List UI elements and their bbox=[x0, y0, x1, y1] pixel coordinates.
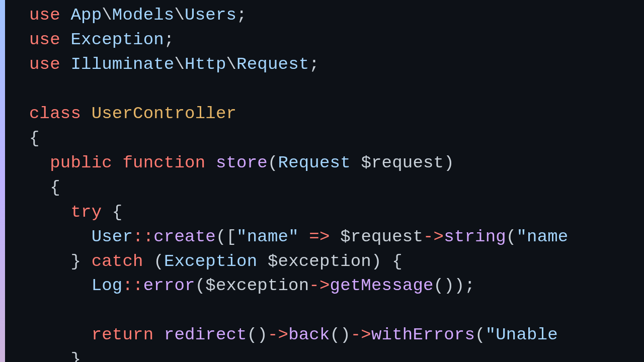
token-op: -> bbox=[351, 325, 371, 344]
token-punct: ( bbox=[506, 227, 517, 246]
token-ns: Http bbox=[185, 55, 226, 74]
token-fn: redirect bbox=[164, 325, 247, 344]
code-line: } bbox=[29, 347, 644, 362]
code-line: use App\Models\Users; bbox=[29, 3, 644, 28]
token-punct bbox=[330, 227, 341, 246]
token-var: $exception bbox=[205, 276, 309, 295]
token-op: -> bbox=[423, 227, 444, 246]
code-line: } catch (Exception $exception) { bbox=[29, 249, 644, 274]
token-punct bbox=[153, 325, 164, 344]
token-punct bbox=[257, 252, 268, 271]
token-punct: \ bbox=[226, 55, 237, 74]
token-str: "name bbox=[516, 227, 568, 246]
token-punct bbox=[81, 104, 92, 123]
token-punct: ) { bbox=[371, 252, 403, 271]
token-kw: public bbox=[50, 153, 112, 172]
token-punct: ( bbox=[268, 153, 278, 172]
token-kw: use bbox=[29, 55, 60, 74]
token-punct: \ bbox=[174, 6, 185, 25]
token-punct: ; bbox=[236, 6, 247, 25]
token-punct: } bbox=[70, 350, 81, 362]
token-fn: create bbox=[153, 227, 216, 246]
token-ns: Request bbox=[278, 153, 351, 172]
token-kw: function bbox=[122, 153, 205, 172]
token-fn: string bbox=[444, 227, 506, 246]
token-op: :: bbox=[133, 227, 153, 246]
token-punct bbox=[60, 55, 71, 74]
token-fn: error bbox=[143, 276, 195, 295]
token-kw: use bbox=[29, 6, 60, 25]
token-var: $exception bbox=[268, 252, 371, 271]
token-punct: { bbox=[102, 203, 122, 222]
code-line: public function store(Request $request) bbox=[29, 151, 644, 175]
token-ns: User bbox=[92, 227, 133, 246]
token-ns: App bbox=[70, 6, 102, 25]
token-kw: return bbox=[92, 325, 154, 344]
token-str: "Unable bbox=[486, 325, 558, 344]
token-punct: \ bbox=[174, 55, 185, 74]
token-fn: getMessage bbox=[330, 276, 434, 295]
token-var: $request bbox=[361, 153, 444, 172]
token-ns: Illuminate bbox=[70, 55, 174, 74]
token-punct: ( bbox=[475, 325, 486, 344]
token-ns: Users bbox=[185, 6, 236, 25]
code-line: return redirect()->back()->withErrors("U… bbox=[29, 323, 644, 347]
code-line: User::create(["name" => $request->string… bbox=[29, 225, 644, 249]
token-op: -> bbox=[309, 276, 330, 295]
token-punct: } bbox=[70, 252, 91, 271]
token-punct: ([ bbox=[216, 227, 236, 246]
code-line: { bbox=[29, 175, 644, 200]
token-punct: () bbox=[247, 325, 268, 344]
token-punct bbox=[60, 30, 71, 49]
token-kw: try bbox=[70, 203, 102, 222]
token-str: "name" bbox=[236, 227, 299, 246]
token-ns: Request bbox=[236, 55, 309, 74]
token-kw: class bbox=[29, 104, 81, 123]
token-op: -> bbox=[268, 325, 288, 344]
token-kw: use bbox=[29, 30, 60, 49]
token-punct: ( bbox=[195, 276, 206, 295]
token-punct bbox=[351, 153, 361, 172]
token-punct: ) bbox=[444, 153, 454, 172]
code-editor[interactable]: use App\Models\Users; use Exception; use… bbox=[5, 0, 644, 362]
token-ns: Exception bbox=[70, 30, 164, 49]
token-fn: back bbox=[288, 325, 330, 344]
token-var: $request bbox=[340, 227, 423, 246]
token-fn: store bbox=[216, 153, 268, 172]
token-punct bbox=[299, 227, 309, 246]
token-ns: Log bbox=[92, 276, 123, 295]
token-op: => bbox=[309, 227, 330, 246]
code-line: { bbox=[29, 126, 644, 151]
code-line bbox=[29, 77, 644, 102]
token-ns: Models bbox=[112, 6, 175, 25]
token-punct bbox=[112, 153, 123, 172]
code-line: use Exception; bbox=[29, 28, 644, 52]
code-line: class UserController bbox=[29, 102, 644, 126]
token-cls: UserController bbox=[92, 104, 236, 123]
token-punct: { bbox=[50, 178, 60, 197]
token-punct: { bbox=[29, 129, 40, 148]
token-kw: catch bbox=[92, 252, 143, 271]
code-line: try { bbox=[29, 200, 644, 225]
token-punct: ()); bbox=[434, 276, 475, 295]
token-punct bbox=[60, 6, 71, 25]
token-ns: Exception bbox=[164, 252, 257, 271]
code-line: use Illuminate\Http\Request; bbox=[29, 52, 644, 77]
token-punct: ; bbox=[164, 30, 175, 49]
code-line: Log::error($exception->getMessage()); bbox=[29, 274, 644, 298]
token-fn: withErrors bbox=[371, 325, 475, 344]
token-op: :: bbox=[122, 276, 143, 295]
editor-gutter bbox=[0, 0, 5, 362]
token-punct: ( bbox=[143, 252, 164, 271]
token-punct: () bbox=[330, 325, 351, 344]
token-punct bbox=[205, 153, 216, 172]
code-line bbox=[29, 298, 644, 323]
token-punct: \ bbox=[102, 6, 112, 25]
token-punct: ; bbox=[309, 55, 319, 74]
